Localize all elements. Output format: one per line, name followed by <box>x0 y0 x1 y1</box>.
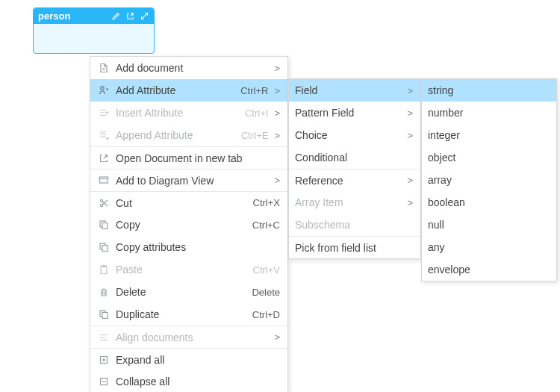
submenu-indicator-icon: > <box>274 175 280 186</box>
menu-label: envelope <box>428 264 549 276</box>
menu-label: Align documents <box>116 332 268 343</box>
menu-label: array <box>428 174 549 186</box>
menu-item-array-item: Array Item > <box>289 191 420 214</box>
entity-card[interactable]: person <box>33 7 155 54</box>
menu-item-object[interactable]: object <box>422 146 556 169</box>
submenu-indicator-icon: > <box>274 108 280 119</box>
menu-item-add-document[interactable]: Add document > <box>90 57 287 79</box>
menu-label: integer <box>428 129 549 141</box>
menu-item-pattern-field[interactable]: Pattern Field > <box>289 102 420 124</box>
menu-item-open-new-tab[interactable]: Open Document in new tab <box>90 146 287 169</box>
menu-item-paste: Paste Ctrl+V <box>90 258 287 281</box>
duplicate-icon <box>96 307 111 322</box>
expand-diagonal-icon[interactable] <box>140 11 149 21</box>
menu-item-duplicate[interactable]: Duplicate Ctrl+D <box>90 303 287 326</box>
submenu-field-type: string number integer object array boole… <box>421 78 557 281</box>
menu-item-copy-attributes[interactable]: Copy attributes <box>90 236 287 258</box>
svg-rect-11 <box>102 313 108 319</box>
menu-item-reference[interactable]: Reference > <box>289 169 420 191</box>
svg-rect-7 <box>102 246 108 252</box>
menu-shortcut: Ctrl+C <box>252 220 280 231</box>
menu-item-any[interactable]: any <box>422 236 556 258</box>
menu-shortcut: Delete <box>252 287 280 298</box>
menu-label: Add Attribute <box>116 84 228 96</box>
menu-item-subschema: Subschema <box>289 214 420 236</box>
menu-label: Reference <box>295 175 401 187</box>
svg-point-0 <box>101 87 104 90</box>
menu-item-integer[interactable]: integer <box>422 124 556 146</box>
svg-rect-1 <box>100 177 108 183</box>
entity-title: person <box>38 8 111 24</box>
trash-icon <box>96 284 111 299</box>
menu-item-expand-all[interactable]: Expand all <box>90 348 287 370</box>
menu-item-conditional[interactable]: Conditional <box>289 146 420 169</box>
copy-icon <box>96 240 111 255</box>
submenu-indicator-icon: > <box>274 63 280 74</box>
menu-label: boolean <box>428 196 549 208</box>
svg-point-2 <box>100 204 102 206</box>
menu-label: Open Document in new tab <box>116 152 280 164</box>
document-plus-icon <box>96 60 111 75</box>
menu-item-pick-from-list[interactable]: Pick from field list <box>289 236 420 258</box>
menu-label: Field <box>295 84 401 96</box>
expand-icon <box>96 352 111 367</box>
menu-item-append-attribute: Append Attribute Ctrl+E > <box>90 124 287 146</box>
context-menu-main: Add document > Add Attribute Ctrl+R > In… <box>90 56 288 392</box>
menu-shortcut: Ctrl+X <box>253 197 280 208</box>
copy-icon <box>96 217 111 232</box>
menu-label: Pattern Field <box>295 107 401 119</box>
menu-label: string <box>428 84 549 96</box>
menu-item-envelope[interactable]: envelope <box>422 258 556 281</box>
menu-shortcut: Ctrl+V <box>253 264 280 276</box>
entity-header-icons <box>111 11 149 21</box>
menu-label: Subschema <box>295 219 413 231</box>
menu-label: Append Attribute <box>116 129 229 141</box>
menu-label: Cut <box>116 197 241 209</box>
clipboard-icon <box>96 262 111 277</box>
menu-item-add-diagram-view[interactable]: Add to Diagram View > <box>90 169 287 191</box>
menu-label: Collapse all <box>116 376 280 388</box>
menu-item-number[interactable]: number <box>422 102 556 124</box>
menu-label: any <box>428 241 549 253</box>
submenu-indicator-icon: > <box>274 332 280 343</box>
menu-item-boolean[interactable]: boolean <box>422 191 556 214</box>
menu-item-add-attribute[interactable]: Add Attribute Ctrl+R > <box>90 79 287 102</box>
person-plus-icon <box>96 83 111 98</box>
menu-shortcut: Ctrl+I <box>245 108 268 119</box>
menu-label: Expand all <box>116 354 280 366</box>
menu-item-null[interactable]: null <box>422 214 556 236</box>
menu-label: Paste <box>116 264 241 276</box>
open-external-icon[interactable] <box>125 11 135 21</box>
open-external-icon <box>96 151 111 166</box>
menu-item-cut[interactable]: Cut Ctrl+X <box>90 191 287 214</box>
menu-shortcut: Ctrl+D <box>252 309 280 320</box>
menu-label: Pick from field list <box>295 242 413 254</box>
menu-label: Delete <box>116 286 240 298</box>
submenu-indicator-icon: > <box>407 175 413 186</box>
menu-item-string[interactable]: string <box>422 79 556 102</box>
submenu-indicator-icon: > <box>274 130 280 141</box>
pencil-icon[interactable] <box>111 11 121 21</box>
entity-header: person <box>34 8 154 24</box>
menu-item-field[interactable]: Field > <box>289 79 420 102</box>
submenu-indicator-icon: > <box>407 197 413 208</box>
list-append-icon <box>96 128 111 143</box>
submenu-add-attribute: Field > Pattern Field > Choice > Conditi… <box>288 78 421 259</box>
svg-point-3 <box>100 199 102 202</box>
menu-label: Copy <box>116 219 240 231</box>
menu-label: Conditional <box>295 152 413 164</box>
menu-item-copy[interactable]: Copy Ctrl+C <box>90 214 287 236</box>
svg-rect-5 <box>102 223 108 229</box>
menu-item-array[interactable]: array <box>422 169 556 191</box>
scissors-icon <box>96 196 111 211</box>
menu-item-collapse-all[interactable]: Collapse all <box>90 370 287 392</box>
menu-label: Add to Diagram View <box>116 175 268 187</box>
menu-item-delete[interactable]: Delete Delete <box>90 281 287 303</box>
submenu-indicator-icon: > <box>274 85 280 96</box>
menu-label: Add document <box>116 62 268 74</box>
menu-label: Insert Attribute <box>116 107 233 119</box>
menu-label: Array Item <box>295 196 401 208</box>
menu-label: Choice <box>295 129 401 141</box>
menu-item-choice[interactable]: Choice > <box>289 124 420 146</box>
menu-shortcut: Ctrl+R <box>240 85 268 96</box>
